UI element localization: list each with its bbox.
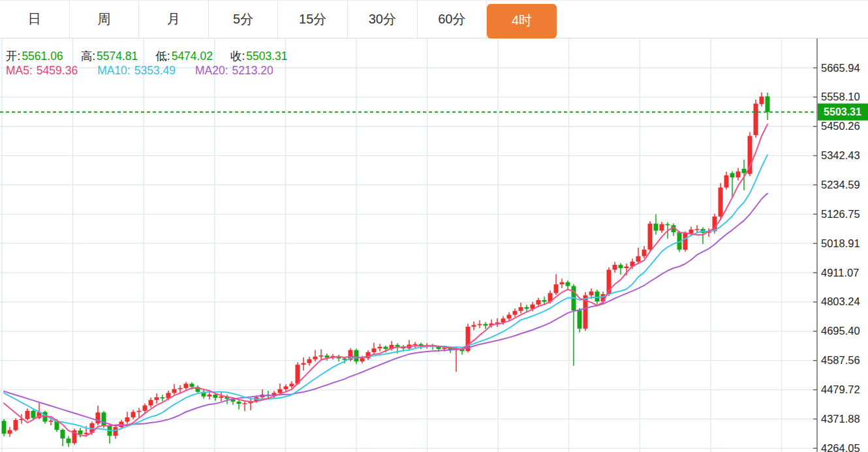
candle-body (472, 325, 476, 326)
candle-body (689, 230, 694, 234)
candle-body (730, 173, 735, 177)
candle-body (742, 169, 747, 173)
ma5-readout: MA5:5459.36 (6, 64, 78, 78)
y-axis-label: 4803.24 (821, 295, 860, 307)
candle-body (636, 256, 641, 262)
candle-body (395, 345, 400, 347)
candle-body (125, 417, 130, 422)
y-axis-label: 5558.10 (821, 91, 860, 102)
ma20-readout: MA20:5213.20 (195, 64, 273, 78)
candle-body (766, 97, 770, 112)
last-price-badge-value: 5503.31 (824, 106, 861, 117)
candle-body (8, 430, 12, 433)
candle-body (96, 412, 101, 423)
candle-body (313, 357, 318, 359)
candle-body (354, 350, 359, 361)
candle-body (625, 267, 629, 268)
candle-body (719, 187, 723, 217)
low-readout: 低:5474.02 (155, 48, 213, 64)
y-axis-label: 5234.59 (821, 179, 860, 190)
candle-body (219, 397, 224, 398)
kline-chart[interactable]: 5665.945558.105450.265342.435234.595126.… (0, 38, 868, 452)
candle-body (307, 359, 312, 363)
y-axis-label: 5342.43 (821, 149, 860, 161)
y-axis-label: 5665.94 (821, 62, 860, 74)
tab-15min[interactable]: 15分 (278, 1, 348, 38)
candle-body (213, 395, 218, 398)
high-readout: 高:5574.81 (81, 48, 138, 64)
candle-body (666, 224, 670, 226)
candle-body (660, 224, 664, 231)
candle-body (484, 324, 488, 325)
candle-body (143, 406, 147, 411)
candle-body (78, 430, 83, 434)
candle-body (190, 384, 194, 387)
chart-area: 5665.945558.105450.265342.435234.595126.… (0, 38, 868, 452)
candle-body (343, 359, 347, 360)
candle-body (302, 363, 306, 365)
tab-4hour[interactable]: 4时 (487, 4, 557, 38)
candle-body (683, 234, 688, 250)
candle-body (595, 292, 600, 301)
ma20-line (4, 194, 767, 427)
candle-body (161, 397, 165, 399)
y-axis-label: 4911.07 (821, 267, 859, 279)
candle-body (319, 355, 324, 357)
candle-body (589, 292, 594, 295)
candle-body (25, 411, 30, 419)
candle-body (278, 389, 283, 393)
ma-legend: MA5:5459.36 MA10:5353.49 MA20:5213.20 (6, 64, 273, 78)
candle-body (648, 224, 653, 250)
ohlc-legend: 开:5561.06 高:5574.81 低:5474.02 收:5503.31 (6, 48, 288, 64)
candle-body (695, 229, 700, 230)
tab-daily[interactable]: 日 (0, 1, 70, 38)
candle-body (525, 307, 529, 309)
candle-body (172, 389, 177, 393)
y-axis-label: 4264.05 (821, 442, 860, 452)
candle-body (137, 411, 142, 412)
candle-body (84, 433, 89, 434)
candle-body (760, 97, 764, 104)
candle-body (619, 265, 623, 268)
candle-body (542, 300, 547, 301)
candle-body (442, 348, 447, 349)
candle-body (284, 386, 288, 389)
candle-body (360, 358, 365, 361)
y-axis-label: 5126.75 (821, 208, 860, 220)
candle-body (2, 421, 7, 434)
candle-body (724, 175, 729, 188)
kline-app: 日 周 月 5分 15分 30分 60分 4时 5665.945558.1054… (0, 0, 868, 452)
candle-body (290, 384, 294, 386)
candle-body (325, 355, 330, 357)
candle-body (413, 344, 418, 345)
tab-60min[interactable]: 60分 (418, 1, 488, 38)
tab-weekly[interactable]: 周 (70, 1, 140, 38)
candle-body (536, 300, 541, 305)
tab-5min[interactable]: 5分 (209, 1, 279, 38)
candle-body (149, 400, 153, 405)
y-axis-label: 5018.91 (821, 237, 860, 249)
candle-body (155, 397, 159, 400)
open-readout: 开:5561.06 (6, 48, 63, 64)
candles-layer (2, 92, 770, 447)
candle-body (378, 347, 382, 348)
candle-body (578, 310, 582, 329)
candle-body (654, 224, 659, 231)
candle-body (31, 411, 36, 418)
candle-body (513, 311, 518, 315)
candle-body (49, 421, 54, 422)
candle-body (560, 282, 565, 284)
tab-30min[interactable]: 30分 (348, 1, 418, 38)
candle-body (507, 315, 512, 319)
candle-body (613, 265, 617, 269)
candle-body (61, 430, 65, 438)
candle-body (102, 412, 106, 425)
candle-body (178, 388, 183, 389)
ma10-readout: MA10:5353.49 (97, 64, 176, 78)
y-axis-label: 4695.40 (821, 325, 860, 337)
tab-monthly[interactable]: 月 (139, 1, 209, 38)
candle-body (237, 402, 241, 404)
candle-body (243, 403, 247, 404)
candle-body (478, 324, 482, 325)
y-axis-label: 4587.56 (821, 354, 860, 366)
